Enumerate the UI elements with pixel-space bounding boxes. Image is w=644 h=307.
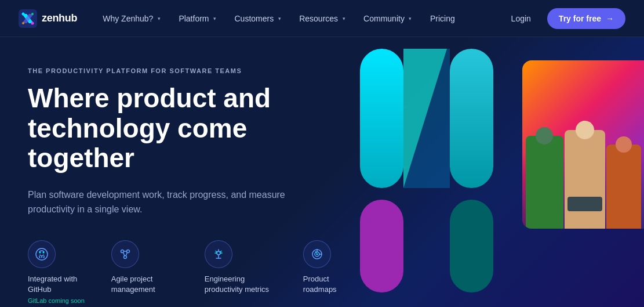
login-button[interactable]: Login: [504, 9, 538, 28]
svg-rect-15: [360, 49, 403, 188]
feature-agile-label: Agile project management: [111, 274, 181, 295]
svg-point-4: [22, 22, 24, 24]
svg-marker-20: [403, 49, 450, 188]
chevron-down-icon: ▾: [340, 15, 347, 22]
hero-title: Where product and technology come togeth…: [28, 84, 352, 174]
logo-text: zenhub: [42, 12, 77, 24]
nav-item-platform[interactable]: Platform ▾: [172, 9, 225, 28]
feature-engineering: Engineering productivity metrics: [205, 240, 280, 295]
navbar: zenhub Why Zenhub? ▾ Platform ▾ Customer…: [0, 0, 644, 37]
chevron-down-icon: ▾: [155, 15, 162, 22]
svg-rect-19: [450, 200, 493, 292]
hero-content: THE PRODUCTIVITY PLATFORM FOR SOFTWARE T…: [28, 67, 352, 304]
engineering-icon: [205, 240, 232, 268]
svg-point-7: [43, 251, 45, 253]
hero-subtitle: Plan software development work, track pr…: [28, 187, 306, 217]
nav-item-pricing[interactable]: Pricing: [423, 9, 462, 28]
feature-github-sublabel: GitLab coming soon: [28, 297, 85, 304]
arrow-right-icon: →: [606, 14, 614, 23]
svg-point-9: [126, 250, 129, 252]
photo-area: [522, 60, 644, 229]
github-icon: [28, 240, 56, 268]
svg-point-1: [22, 12, 25, 15]
hero-visuals: {: [343, 37, 644, 307]
svg-point-5: [36, 248, 48, 260]
nav-right: Login Try for free →: [504, 8, 625, 29]
svg-point-10: [123, 255, 126, 258]
roadmaps-icon: [303, 240, 331, 268]
nav-item-customers[interactable]: Customers ▾: [228, 9, 290, 28]
feature-github-label: Integrated with GitHub: [28, 274, 88, 295]
features-row: Integrated with GitHub GitLab coming soo…: [28, 240, 352, 304]
hero-section: THE PRODUCTIVITY PLATFORM FOR SOFTWARE T…: [0, 37, 644, 307]
try-for-free-button[interactable]: Try for free →: [547, 8, 625, 29]
n-shape-decoration: [360, 49, 493, 292]
feature-github: Integrated with GitHub GitLab coming soo…: [28, 240, 88, 304]
svg-point-6: [39, 251, 41, 253]
feature-engineering-label: Engineering productivity metrics: [205, 274, 280, 295]
svg-rect-17: [450, 49, 493, 188]
chevron-down-icon: ▾: [212, 15, 219, 22]
hero-eyebrow: THE PRODUCTIVITY PLATFORM FOR SOFTWARE T…: [28, 67, 352, 74]
svg-point-3: [31, 13, 34, 15]
nav-item-resources[interactable]: Resources ▾: [292, 9, 354, 28]
feature-agile: Agile project management: [111, 240, 181, 295]
nav-links: Why Zenhub? ▾ Platform ▾ Customers ▾ Res…: [96, 9, 504, 28]
chevron-down-icon: ▾: [276, 15, 283, 22]
feature-roadmaps-label: Product roadmaps: [303, 274, 352, 295]
nav-item-community[interactable]: Community ▾: [356, 9, 421, 28]
svg-point-2: [31, 21, 34, 24]
agile-icon: [111, 240, 139, 268]
svg-rect-18: [360, 200, 403, 292]
chevron-down-icon: ▾: [407, 15, 414, 22]
nav-item-why-zenhub[interactable]: Why Zenhub? ▾: [96, 9, 169, 28]
svg-point-14: [316, 253, 318, 255]
zenhub-logo-icon: [19, 9, 37, 28]
svg-point-8: [121, 250, 123, 252]
feature-roadmaps: Product roadmaps: [303, 240, 352, 295]
logo-link[interactable]: zenhub: [19, 9, 77, 28]
